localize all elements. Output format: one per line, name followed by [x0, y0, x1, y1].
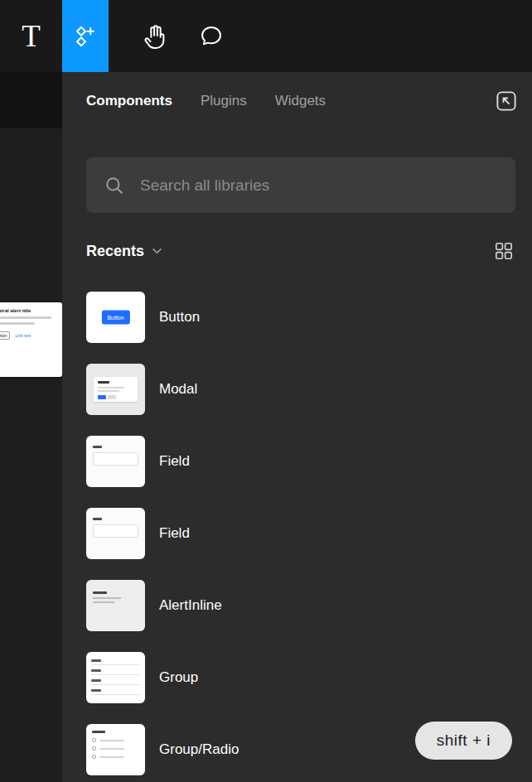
comment-tool-button[interactable]	[186, 0, 237, 72]
alert-preview-text-line	[0, 316, 51, 319]
thumb-button-preview: Button	[101, 311, 129, 325]
component-thumbnail	[86, 580, 145, 631]
component-thumbnail	[86, 436, 145, 487]
alert-preview-button: Button	[0, 331, 10, 340]
panel-tabs: Components Plugins Widgets	[62, 72, 532, 109]
grid-view-button[interactable]	[493, 240, 515, 262]
component-thumbnail	[86, 508, 145, 559]
component-thumbnail: Button	[86, 292, 145, 343]
component-thumbnail	[86, 724, 145, 775]
toolbar: T	[0, 0, 532, 72]
component-label: Group	[159, 669, 198, 686]
canvas-alert-component-preview[interactable]: Neutral alert title Button Link text	[0, 302, 62, 377]
component-label: Modal	[159, 381, 197, 398]
chevron-down-icon	[152, 248, 162, 254]
component-item-alertinline[interactable]: AlertInline	[86, 580, 524, 631]
text-tool-button[interactable]: T	[0, 0, 62, 72]
text-tool-icon: T	[22, 21, 41, 51]
component-item-modal[interactable]: Modal	[86, 364, 524, 415]
component-label: Field	[159, 525, 190, 542]
shortcut-hint-badge: shift + i	[415, 722, 512, 760]
component-label: Group/Radio	[159, 741, 239, 758]
hand-icon	[142, 23, 168, 50]
tab-widgets[interactable]: Widgets	[275, 93, 326, 109]
recents-dropdown[interactable]: Recents	[86, 240, 162, 262]
comment-icon	[198, 23, 225, 50]
component-item-field[interactable]: Field	[86, 436, 524, 487]
alert-preview-link: Link text	[15, 333, 31, 338]
search-bar[interactable]	[86, 157, 515, 213]
open-in-window-button[interactable]	[494, 89, 519, 113]
component-thumbnail	[86, 652, 145, 703]
component-item-field[interactable]: Field	[86, 508, 524, 559]
component-label: Button	[159, 309, 200, 326]
components-list: Button Button Modal Field Field	[86, 292, 524, 775]
component-label: AlertInline	[159, 597, 222, 614]
component-item-group[interactable]: Group	[86, 652, 524, 703]
tab-components[interactable]: Components	[86, 93, 172, 109]
assets-tool-button[interactable]	[62, 0, 109, 72]
recents-title: Recents	[86, 243, 144, 260]
hand-tool-button[interactable]	[129, 0, 181, 72]
component-thumbnail	[86, 364, 145, 415]
search-icon	[103, 174, 125, 196]
component-label: Field	[159, 453, 190, 470]
alert-preview-title: Neutral alert title	[0, 308, 57, 313]
components-panel: Components Plugins Widgets Recents	[62, 72, 532, 782]
component-item-button[interactable]: Button Button	[86, 292, 524, 343]
search-input[interactable]	[138, 176, 499, 196]
canvas-background	[0, 72, 62, 128]
tab-plugins[interactable]: Plugins	[201, 93, 247, 109]
corner-arrow-icon	[494, 89, 519, 113]
alert-preview-text-line	[0, 322, 35, 325]
assets-icon	[73, 24, 98, 49]
grid-view-icon	[493, 240, 515, 262]
